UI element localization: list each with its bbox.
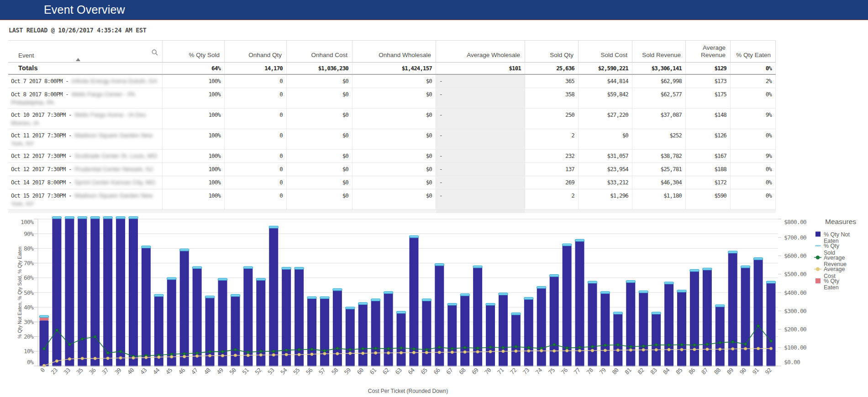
dot-average-cost-53[interactable] <box>272 354 275 356</box>
cell-sold-cost[interactable]: $44,814 <box>579 75 632 88</box>
marker-qty-sold-78[interactable] <box>588 281 597 283</box>
bar-qty-not-eaten-91[interactable] <box>754 259 763 366</box>
cell-onhand-qty[interactable]: 0 <box>225 163 287 176</box>
dot-average-revenue-46[interactable] <box>183 352 186 355</box>
marker-qty-sold-68[interactable] <box>460 294 469 296</box>
marker-qty-sold-74[interactable] <box>537 287 546 288</box>
cell-onhand-qty[interactable]: 0 <box>225 150 287 163</box>
cell-qty-eaten[interactable]: 0% <box>731 189 776 210</box>
bar-qty-not-eaten-67[interactable] <box>447 304 457 366</box>
dot-average-cost-50[interactable] <box>234 354 237 357</box>
dot-average-revenue-56[interactable] <box>310 348 313 350</box>
bar-qty-not-eaten-37[interactable] <box>103 219 112 366</box>
dot-average-revenue-0[interactable] <box>42 347 45 350</box>
bar-qty-not-eaten-74[interactable] <box>537 287 546 366</box>
cell-onhand-qty[interactable]: 0 <box>225 88 287 109</box>
bar-qty-not-eaten-64[interactable] <box>409 237 418 366</box>
dot-average-cost-77[interactable] <box>578 349 581 352</box>
bar-qty-not-eaten-43[interactable] <box>142 247 151 366</box>
dot-average-revenue-62[interactable] <box>387 347 390 350</box>
dot-average-revenue-89[interactable] <box>731 340 734 343</box>
cell-sold-qty[interactable]: 365 <box>525 75 579 88</box>
column-header-qty-eaten[interactable]: % Qty Eaten <box>731 41 776 63</box>
dot-average-cost-64[interactable] <box>412 351 415 354</box>
cell-onhand-cost[interactable]: $0 <box>287 75 352 88</box>
cell-sold-revenue[interactable]: $62,998 <box>632 75 686 88</box>
cell-average-wholesale[interactable]: - <box>436 75 525 88</box>
bar-qty-not-eaten-79[interactable] <box>600 293 610 366</box>
cell-sold-cost[interactable]: $59,842 <box>579 88 632 109</box>
column-header-onhand-wholesale[interactable]: Onhand Wholesale <box>352 41 436 63</box>
bar-qty-not-eaten-75[interactable] <box>550 276 559 366</box>
dot-average-cost-67[interactable] <box>451 351 453 354</box>
cell-sold-revenue[interactable]: $25,781 <box>632 163 686 176</box>
marker-qty-sold-89[interactable] <box>728 251 737 253</box>
marker-qty-sold-77[interactable] <box>575 239 584 241</box>
cell-onhand-qty[interactable]: 0 <box>225 189 287 210</box>
dot-average-cost-63[interactable] <box>400 351 402 354</box>
dot-average-revenue-55[interactable] <box>298 348 300 351</box>
marker-qty-sold-90[interactable] <box>741 266 750 267</box>
dot-average-cost-36[interactable] <box>94 357 96 360</box>
dot-average-revenue-33[interactable] <box>68 343 71 346</box>
dot-average-revenue-72[interactable] <box>515 345 517 348</box>
dot-average-cost-92[interactable] <box>769 347 772 350</box>
dot-average-revenue-90[interactable] <box>744 343 747 345</box>
bar-qty-not-eaten-85[interactable] <box>677 291 686 366</box>
cell-sold-qty[interactable]: 358 <box>525 88 579 109</box>
bar-qty-not-eaten-87[interactable] <box>703 269 712 366</box>
dot-average-revenue-84[interactable] <box>668 344 670 346</box>
dot-average-revenue-39[interactable] <box>119 350 122 353</box>
dot-average-revenue-52[interactable] <box>259 350 262 353</box>
cell-qty-sold[interactable]: 100% <box>163 88 225 109</box>
cell-onhand-cost[interactable]: $0 <box>287 163 352 176</box>
dot-average-cost-73[interactable] <box>527 350 530 352</box>
dot-average-revenue-36[interactable] <box>94 335 96 338</box>
dot-average-revenue-76[interactable] <box>566 346 568 349</box>
cell-sold-qty[interactable]: 2 <box>525 129 579 150</box>
bar-qty-not-eaten-72[interactable] <box>511 314 521 366</box>
cell-sold-revenue[interactable]: $46,304 <box>632 176 686 189</box>
dot-average-cost-90[interactable] <box>744 347 747 350</box>
cell-onhand-cost[interactable]: $0 <box>287 129 352 150</box>
dot-average-revenue-82[interactable] <box>642 345 645 347</box>
bar-qty-not-eaten-63[interactable] <box>397 312 406 366</box>
dot-average-revenue-79[interactable] <box>604 344 606 346</box>
marker-qty-sold-92[interactable] <box>767 281 776 283</box>
dot-average-revenue-78[interactable] <box>591 345 594 348</box>
dot-average-revenue-23[interactable] <box>55 329 58 331</box>
cell-average-wholesale[interactable]: - <box>436 88 525 109</box>
dot-average-cost-61[interactable] <box>374 351 377 354</box>
dot-average-cost-52[interactable] <box>259 354 262 356</box>
marker-qty-sold-50[interactable] <box>231 294 240 296</box>
bar-qty-not-eaten-35[interactable] <box>78 219 87 366</box>
dot-average-cost-59[interactable] <box>349 352 352 355</box>
marker-qty-sold-39[interactable] <box>116 217 125 219</box>
cell-onhand-wholesale[interactable]: $0 <box>352 109 436 129</box>
bar-qty-not-eaten-53[interactable] <box>269 227 278 366</box>
dot-average-cost-69[interactable] <box>476 350 479 353</box>
marker-qty-sold-66[interactable] <box>435 264 444 266</box>
marker-qty-sold-49[interactable] <box>218 278 227 280</box>
marker-qty-sold-83[interactable] <box>652 312 661 314</box>
marker-qty-sold-56[interactable] <box>307 297 316 298</box>
marker-qty-sold-80[interactable] <box>613 312 622 314</box>
column-header-sold-qty[interactable]: Sold Qty <box>525 41 579 63</box>
dot-average-revenue-61[interactable] <box>374 347 377 350</box>
cell-sold-cost[interactable]: $33,212 <box>579 176 632 189</box>
cell-average-wholesale[interactable]: - <box>436 150 525 163</box>
marker-qty-sold-76[interactable] <box>563 244 572 246</box>
cell-qty-eaten[interactable]: 9% <box>731 150 776 163</box>
dot-average-revenue-77[interactable] <box>578 346 581 349</box>
marker-qty-sold-43[interactable] <box>142 246 151 248</box>
dot-average-cost-58[interactable] <box>336 352 339 355</box>
cell-onhand-cost[interactable]: $0 <box>287 189 352 210</box>
dot-average-revenue-81[interactable] <box>629 345 632 348</box>
cell-onhand-qty[interactable]: 0 <box>225 109 287 129</box>
dot-average-cost-65[interactable] <box>425 351 428 354</box>
cell-onhand-cost[interactable]: $0 <box>287 109 352 129</box>
bar-qty-not-eaten-90[interactable] <box>741 267 750 366</box>
dot-average-revenue-57[interactable] <box>323 349 326 352</box>
dot-average-cost-85[interactable] <box>680 348 683 351</box>
marker-qty-sold-33[interactable] <box>65 217 74 219</box>
